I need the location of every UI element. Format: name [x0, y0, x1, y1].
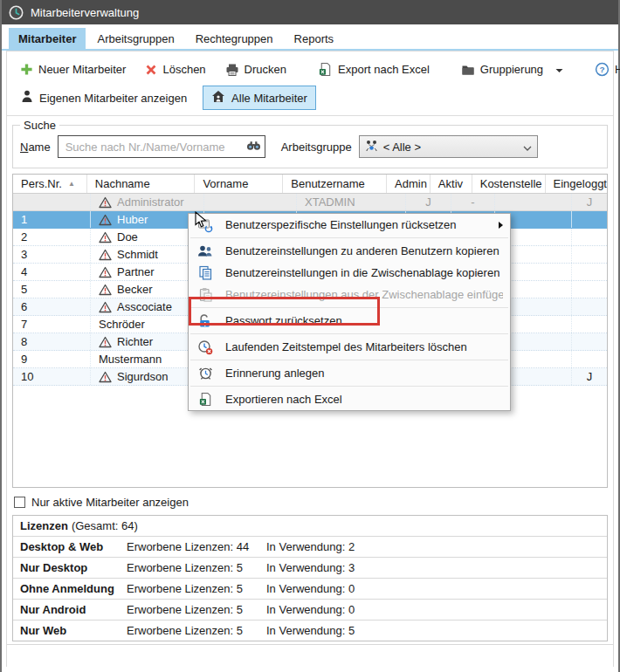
menu-separator — [190, 386, 508, 387]
cell-eingeloggt — [572, 316, 607, 333]
export-excel-label: Export nach Excel — [338, 63, 430, 76]
license-row-nur-web: Nur WebErworbene Lizenzen: 5In Verwendun… — [13, 621, 607, 641]
license-used: In Verwendung: 5 — [266, 624, 355, 637]
cell-kostenstelle — [495, 194, 572, 210]
active-only-checkbox[interactable] — [14, 497, 25, 508]
binoculars-icon[interactable] — [246, 140, 261, 154]
search-input-wrap — [58, 135, 265, 158]
license-used: In Verwendung: 3 — [266, 561, 355, 574]
menu-item-benutzerspezifische-einstellungen-rücksetzen[interactable]: Benutzerspezifische Einstellungen rückse… — [189, 214, 510, 236]
column-label: Nachname — [95, 177, 150, 190]
menu-item-exportieren-nach-excel[interactable]: Exportieren nach Excel — [189, 388, 510, 410]
chevron-down-icon[interactable] — [555, 63, 563, 76]
license-name: Nur Desktop — [20, 561, 127, 574]
window-title: Mitarbeiterverwaltung — [31, 6, 139, 19]
help-button[interactable]: ? Hilfe — [587, 57, 620, 82]
excel-icon — [318, 62, 333, 77]
column-header-admin[interactable]: Admin — [387, 175, 431, 193]
column-label: Eingeloggt — [554, 177, 607, 190]
tab-arbeitsgruppen[interactable]: Arbeitsgruppen — [87, 28, 183, 49]
table-row-administrator[interactable]: AdministratorXTADMINJ-J — [13, 194, 607, 211]
column-header-aktiv[interactable]: Aktiv — [431, 175, 472, 193]
cell-persnr: 2 — [13, 229, 91, 245]
cell-nachname: Administrator — [91, 194, 204, 210]
cell-eingeloggt — [572, 298, 607, 315]
cell-admin: J — [406, 194, 451, 210]
workgroup-value: < Alle > — [383, 141, 518, 154]
title-bar: Mitarbeiterverwaltung — [2, 0, 618, 24]
cell-persnr: 9 — [13, 351, 91, 367]
license-acquired: Erworbene Lizenzen: 5 — [127, 582, 266, 595]
cell-persnr — [13, 194, 91, 210]
column-header-eingeloggt[interactable]: Eingeloggt — [546, 175, 607, 193]
cell-persnr: 7 — [13, 316, 91, 333]
menu-item-erinnerung-anlegen[interactable]: Erinnerung anlegen — [189, 362, 510, 384]
copy-clipboard-icon — [197, 265, 213, 280]
tab-mitarbeiter[interactable]: Mitarbeiter — [9, 28, 86, 49]
tab-rechtegruppen[interactable]: Rechtegruppen — [186, 28, 283, 49]
column-header-vorname[interactable]: Vorname — [195, 175, 283, 193]
license-used: In Verwendung: 0 — [266, 603, 355, 616]
search-groupbox: Suche Name Arbeitsgruppe < Alle > — [12, 125, 608, 168]
cell-eingeloggt — [572, 281, 607, 298]
menu-item-label: Erinnerung anlegen — [225, 367, 503, 380]
name-label: Name — [20, 141, 51, 154]
print-button[interactable]: Drucken — [217, 58, 294, 82]
license-used: In Verwendung: 2 — [266, 540, 355, 553]
column-header-kostenstelle[interactable]: Kostenstelle — [472, 175, 546, 193]
all-employees-button[interactable]: Alle Mitarbeiter — [203, 86, 316, 110]
new-employee-button[interactable]: Neuer Mitarbeiter — [12, 58, 134, 81]
workgroup-dropdown[interactable]: < Alle > — [359, 135, 538, 158]
cell-eingeloggt — [572, 351, 607, 367]
menu-item-laufenden-zeitstempel-des-mitarbeiters-löschen[interactable]: Laufenden Zeitstempel des Mitarbeiters l… — [189, 336, 510, 358]
column-header-pers-nr-[interactable]: Pers.Nr.▲ — [13, 175, 87, 193]
cell-eingeloggt: J — [572, 368, 607, 385]
grouping-button[interactable]: Gruppierung — [453, 58, 571, 82]
sort-asc-icon: ▲ — [68, 180, 75, 188]
menu-item-label: Benutzereinstellungen zu anderen Benutze… — [225, 244, 503, 257]
warning-icon — [99, 196, 112, 209]
warning-icon — [99, 214, 112, 226]
menu-item-benutzereinstellungen-zu-anderen-benutzern-kopieren[interactable]: Benutzereinstellungen zu anderen Benutze… — [189, 240, 510, 262]
person-icon — [21, 90, 33, 106]
column-label: Admin — [395, 177, 427, 190]
app-window: Mitarbeiterverwaltung MitarbeiterArbeits… — [0, 0, 620, 672]
export-excel-button[interactable]: Export nach Excel — [310, 57, 437, 82]
license-row-desktop-web: Desktop & WebErworbene Lizenzen: 44In Ve… — [13, 537, 607, 558]
tab-reports[interactable]: Reports — [285, 28, 344, 49]
license-total: (Gesamt: 64) — [72, 519, 138, 532]
cell-eingeloggt — [572, 211, 607, 228]
print-label: Drucken — [245, 63, 286, 76]
cell-benutzername: XTADMIN — [297, 194, 406, 210]
annotation-rectangle — [189, 297, 380, 326]
search-input[interactable] — [64, 140, 246, 154]
tab-bar: MitarbeiterArbeitsgruppenRechtegruppenRe… — [2, 24, 618, 51]
cursor-icon — [195, 211, 210, 231]
license-name: Desktop & Web — [20, 540, 127, 553]
column-header-nachname[interactable]: Nachname — [87, 175, 196, 193]
delete-label: Löschen — [162, 63, 205, 76]
menu-separator — [190, 237, 508, 238]
license-header: Lizenzen (Gesamt: 64) — [13, 516, 607, 537]
menu-item-benutzereinstellungen-in-die-zwischenablage-kopieren[interactable]: Benutzereinstellungen in die Zwischenabl… — [189, 262, 510, 284]
active-only-row: Nur aktive Mitarbeiter anzeigen — [14, 496, 608, 509]
cell-persnr: 4 — [13, 264, 91, 280]
grouping-label: Gruppierung — [480, 63, 543, 76]
column-label: Vorname — [203, 177, 248, 190]
table-header: Pers.Nr.▲NachnameVornameBenutzernameAdmi… — [13, 175, 607, 194]
menu-separator — [190, 333, 508, 334]
active-only-label: Nur aktive Mitarbeiter anzeigen — [31, 496, 189, 509]
export-excel-icon — [197, 392, 213, 407]
new-employee-label: Neuer Mitarbeiter — [38, 63, 126, 76]
column-label: Benutzername — [291, 177, 365, 190]
cell-eingeloggt: J — [572, 194, 607, 210]
delete-x-icon — [145, 64, 157, 76]
column-label: Kostenstelle — [480, 177, 542, 190]
chevron-down-icon[interactable] — [523, 141, 532, 154]
submenu-arrow-icon — [499, 222, 503, 229]
own-employees-button[interactable]: Eigenen Mitarbeiter anzeigen — [12, 86, 196, 110]
license-name: Nur Android — [20, 603, 127, 616]
delete-button[interactable]: Löschen — [137, 58, 213, 81]
warning-icon — [99, 249, 112, 261]
column-header-benutzername[interactable]: Benutzername — [283, 175, 387, 193]
